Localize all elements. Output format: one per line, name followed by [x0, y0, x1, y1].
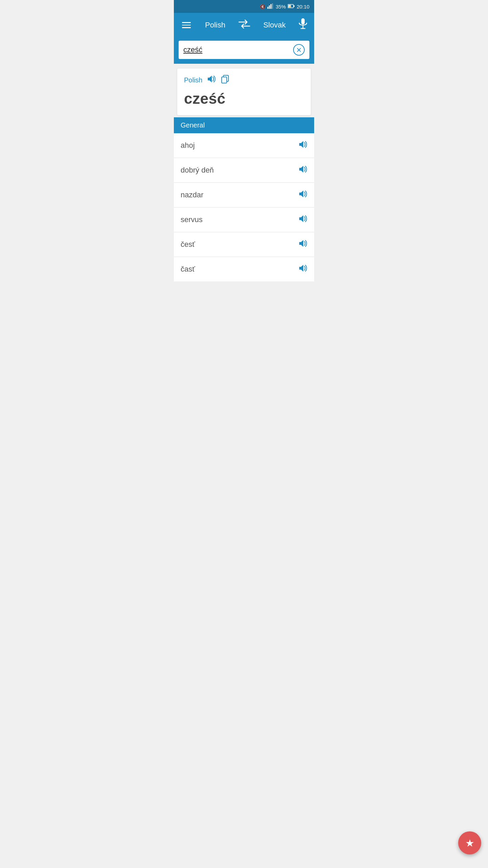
list-sound-button[interactable]	[299, 215, 307, 224]
svg-rect-3	[272, 3, 273, 9]
card-header: Polish	[184, 75, 304, 85]
list-word: časť	[181, 265, 195, 274]
list-sound-button[interactable]	[299, 141, 307, 150]
list-sound-button[interactable]	[299, 165, 307, 175]
status-bar: 🔇 35% ⚡ 20:10	[174, 0, 314, 13]
target-language-button[interactable]: Slovak	[263, 21, 286, 29]
swap-icon	[238, 19, 250, 31]
list-word: servus	[181, 215, 203, 224]
translation-word: cześć	[184, 90, 304, 107]
card-sound-button[interactable]	[207, 75, 216, 85]
svg-rect-8	[301, 18, 305, 24]
menu-button[interactable]	[181, 21, 192, 29]
card-copy-button[interactable]	[221, 75, 229, 85]
menu-line-2	[182, 25, 191, 26]
list-item: nazdar	[174, 183, 314, 208]
search-bar: ×	[174, 37, 314, 64]
section-header: General	[174, 117, 314, 133]
svg-rect-2	[270, 4, 271, 9]
card-language-label: Polish	[184, 76, 202, 84]
app-bar: Polish Slovak	[174, 13, 314, 37]
battery-text: 35%	[276, 4, 286, 9]
menu-line-3	[182, 27, 191, 28]
list-sound-button[interactable]	[299, 264, 307, 274]
list-word: nazdar	[181, 191, 203, 199]
svg-rect-1	[269, 5, 270, 9]
signal-icon	[267, 3, 273, 10]
list-word: ahoj	[181, 141, 195, 150]
battery-icon: ⚡	[288, 4, 294, 9]
svg-text:⚡: ⚡	[288, 5, 291, 8]
svg-rect-0	[267, 7, 268, 9]
list-item: česť	[174, 232, 314, 257]
mute-icon: 🔇	[260, 4, 265, 9]
list-word: dobrý deň	[181, 166, 214, 175]
clear-search-button[interactable]: ×	[293, 44, 305, 56]
time-text: 20:10	[297, 4, 309, 9]
svg-rect-12	[222, 77, 227, 83]
microphone-button[interactable]	[299, 18, 307, 32]
search-input-container: ×	[179, 41, 309, 59]
list-sound-button[interactable]	[299, 190, 307, 200]
swap-languages-button[interactable]	[238, 19, 250, 31]
translation-list: ahoj dobrý deň nazdar servus česť časť	[174, 133, 314, 281]
translation-card: Polish cześć	[177, 68, 311, 115]
svg-rect-5	[294, 5, 295, 7]
list-word: česť	[181, 240, 195, 249]
list-item: časť	[174, 257, 314, 281]
status-icons: 🔇 35% ⚡ 20:10	[260, 3, 309, 10]
menu-line-1	[182, 22, 191, 23]
source-language-button[interactable]: Polish	[205, 21, 225, 29]
list-item: dobrý deň	[174, 158, 314, 183]
search-input[interactable]	[183, 45, 293, 54]
list-item: servus	[174, 208, 314, 232]
list-item: ahoj	[174, 133, 314, 158]
list-sound-button[interactable]	[299, 240, 307, 249]
